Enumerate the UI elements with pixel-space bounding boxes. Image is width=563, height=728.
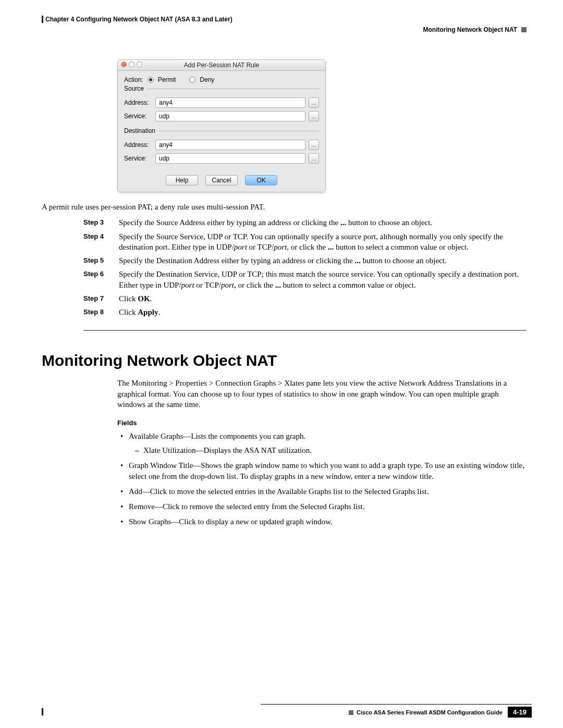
destination-legend: Destination (124, 127, 158, 134)
list-item: Show Graphs—Click to display a new or up… (117, 516, 527, 527)
section-text: Monitoring Network Object NAT (423, 26, 517, 33)
fields-list: Available Graphs—Lists the components yo… (117, 431, 527, 527)
step-body: Specify the Destination Address either b… (119, 255, 527, 266)
section-divider (83, 330, 527, 331)
help-button[interactable]: Help (166, 175, 198, 186)
step-8: Step 8 Click Apply. (83, 307, 527, 317)
source-fieldset: Source Address: ... Service: ... (124, 89, 319, 128)
destination-address-input[interactable] (155, 140, 305, 150)
step-label: Step 7 (83, 293, 109, 304)
destination-service-label: Service: (124, 155, 152, 162)
section-title: Monitoring Network Object NAT (42, 352, 527, 369)
nat-rule-dialog: Add Per-Session NAT Rule Action: Permit … (117, 59, 326, 192)
destination-service-row: Service: ... (124, 153, 319, 164)
source-service-row: Service: ... (124, 111, 319, 121)
source-service-label: Service: (124, 113, 152, 120)
footer-row: Cisco ASA Series Firewall ASDM Configura… (42, 707, 532, 718)
step-7: Step 7 Click OK. (83, 293, 527, 304)
step-body: Click Apply. (119, 307, 527, 317)
page-footer: Cisco ASA Series Firewall ASDM Configura… (42, 704, 532, 718)
minimize-icon[interactable] (129, 61, 134, 67)
page-header: Chapter 4 Configuring Network Object NAT… (42, 16, 527, 33)
list-item: Remove—Click to remove the selected entr… (117, 501, 527, 512)
dialog-body: Action: Permit Deny Source Address: ... … (118, 71, 325, 192)
zoom-icon[interactable] (137, 61, 142, 67)
source-address-picker[interactable]: ... (309, 97, 319, 108)
step-label: Step 5 (83, 255, 109, 266)
step-6: Step 6 Specify the Destination Service, … (83, 269, 527, 290)
guide-title: Cisco ASA Series Firewall ASDM Configura… (42, 709, 508, 715)
destination-address-picker[interactable]: ... (309, 140, 319, 150)
footer-rule (261, 704, 532, 705)
chapter-line: Chapter 4 Configuring Network Object NAT… (42, 16, 527, 23)
close-icon[interactable] (121, 61, 127, 67)
dialog-title-text: Add Per-Session NAT Rule (184, 61, 259, 69)
step-label: Step 6 (83, 269, 109, 290)
footer-tick-icon (42, 708, 43, 715)
ok-button[interactable]: OK (245, 175, 277, 186)
list-item: Graph Window Title—Shows the graph windo… (117, 460, 527, 482)
permit-radio[interactable] (148, 77, 154, 83)
chapter-text: Chapter 4 Configuring Network Object NAT… (45, 16, 232, 23)
source-address-label: Address: (124, 99, 152, 106)
destination-service-picker[interactable]: ... (309, 153, 319, 164)
sub-list: Xlate Utilization—Displays the ASA NAT u… (129, 445, 527, 456)
list-item: Available Graphs—Lists the components yo… (117, 431, 527, 456)
section-content: The Monitoring > Properties > Connection… (117, 378, 527, 527)
source-legend: Source (124, 85, 147, 92)
page-number-badge: 4-19 (508, 707, 532, 718)
source-address-input[interactable] (155, 97, 305, 108)
step-body: Specify the Source Address either by typ… (119, 217, 527, 228)
intro-paragraph: The Monitoring > Properties > Connection… (117, 378, 527, 410)
lead-paragraph: A permit rule uses per-session PAT; a de… (42, 202, 527, 212)
destination-address-label: Address: (124, 141, 152, 149)
source-service-input[interactable] (155, 111, 305, 121)
step-5: Step 5 Specify the Destination Address e… (83, 255, 527, 266)
action-label: Action: (124, 76, 143, 83)
section-line: Monitoring Network Object NAT (42, 26, 527, 33)
step-body: Specify the Source Service, UDP or TCP. … (119, 231, 527, 253)
list-item: Add—Click to move the selected entries i… (117, 486, 527, 497)
step-body: Click OK. (119, 293, 527, 304)
list-item: Xlate Utilization—Displays the ASA NAT u… (129, 445, 527, 456)
permit-label: Permit (158, 76, 176, 83)
dialog-titlebar: Add Per-Session NAT Rule (118, 60, 325, 71)
step-label: Step 3 (83, 217, 109, 228)
dialog-buttons: Help Cancel OK (124, 175, 319, 186)
section-marker-icon (521, 27, 527, 32)
step-3: Step 3 Specify the Source Address either… (83, 217, 527, 228)
fields-heading: Fields (117, 419, 527, 427)
step-label: Step 4 (83, 231, 109, 253)
steps-list: Step 3 Specify the Source Address either… (83, 217, 527, 317)
deny-label: Deny (200, 76, 214, 83)
source-service-picker[interactable]: ... (309, 111, 319, 121)
footer-marker-icon (349, 710, 353, 715)
destination-address-row: Address: ... (124, 140, 319, 150)
step-label: Step 8 (83, 307, 109, 317)
page: Chapter 4 Configuring Network Object NAT… (0, 0, 563, 728)
destination-service-input[interactable] (155, 153, 305, 164)
window-controls (121, 61, 142, 67)
cancel-button[interactable]: Cancel (205, 175, 238, 186)
step-4: Step 4 Specify the Source Service, UDP o… (83, 231, 527, 253)
deny-radio[interactable] (189, 77, 195, 83)
destination-fieldset: Destination Address: ... Service: ... (124, 131, 319, 170)
action-row: Action: Permit Deny (124, 76, 319, 83)
source-address-row: Address: ... (124, 97, 319, 108)
step-body: Specify the Destination Service, UDP or … (119, 269, 527, 290)
